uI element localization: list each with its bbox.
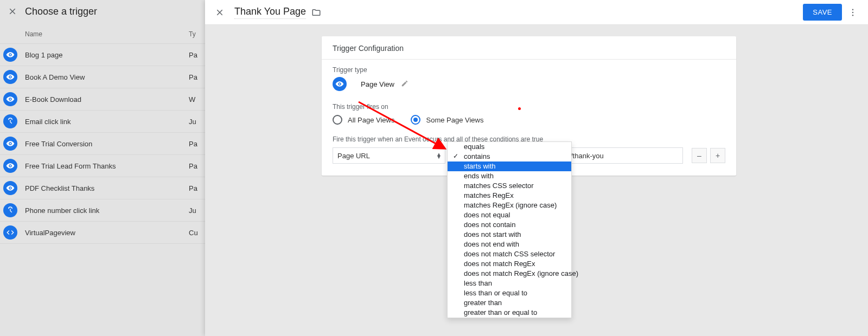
table-row[interactable]: Phone number click linkJu: [0, 199, 205, 222]
radio-all-label: All Page Views: [348, 116, 394, 124]
editor-header: Thank You Page SAVE: [205, 0, 868, 25]
dropdown-option[interactable]: does not match RegEx (ignore case): [448, 269, 571, 279]
row-type: Ju: [189, 206, 205, 215]
table-row[interactable]: Book A Demo ViewPa: [0, 66, 205, 88]
eye-icon: [3, 181, 17, 195]
add-condition-button[interactable]: +: [710, 148, 725, 163]
radio-all-page-views[interactable]: All Page Views: [333, 115, 394, 125]
dropdown-option[interactable]: matches RegEx: [448, 191, 571, 201]
table-header: Name Ty: [0, 25, 205, 44]
choose-trigger-panel: Choose a trigger Name Ty Blog 1 pagePaBo…: [0, 0, 205, 336]
panel-title: Choose a trigger: [25, 6, 97, 17]
eye-icon: [3, 92, 17, 106]
dropdown-option[interactable]: equals: [448, 142, 571, 152]
dropdown-option[interactable]: ends with: [448, 171, 571, 181]
condition-value-input[interactable]: /thank-you: [566, 147, 683, 164]
condition-variable-select[interactable]: Page URL ▲▼: [333, 147, 445, 164]
close-icon[interactable]: [7, 5, 18, 17]
svg-point-0: [852, 9, 853, 10]
dropdown-option[interactable]: does not match RegEx: [448, 259, 571, 269]
close-icon[interactable]: [214, 7, 226, 18]
trigger-type-row: Page View: [333, 77, 725, 91]
click-icon: [3, 114, 17, 128]
condition-variable-value: Page URL: [337, 152, 370, 160]
row-name: VirtualPageview: [25, 229, 189, 237]
row-name: Email click link: [25, 118, 189, 126]
folder-icon[interactable]: [311, 8, 321, 17]
fires-on-label: This trigger fires on: [333, 103, 725, 111]
row-type: Pa: [189, 51, 205, 59]
trigger-table: Name Ty Blog 1 pagePaBook A Demo ViewPaE…: [0, 25, 205, 244]
code-icon: [3, 225, 17, 240]
col-name-header: Name: [25, 30, 189, 38]
dropdown-option[interactable]: does not start with: [448, 230, 571, 240]
svg-point-1: [852, 11, 853, 12]
row-type: Pa: [189, 162, 205, 170]
trigger-type-label: Trigger type: [333, 66, 725, 74]
row-type: Pa: [189, 73, 205, 81]
row-name: Blog 1 page: [25, 51, 189, 59]
row-name: PDF Checklist Thanks: [25, 184, 189, 192]
dropdown-option[interactable]: does not end with: [448, 240, 571, 249]
dropdown-option[interactable]: contains: [448, 152, 571, 161]
save-button[interactable]: SAVE: [803, 4, 842, 21]
table-row[interactable]: Free Trial Lead Form ThanksPa: [0, 155, 205, 177]
table-row[interactable]: PDF Checklist ThanksPa: [0, 177, 205, 199]
radio-some-label: Some Page Views: [426, 116, 483, 124]
row-type: Pa: [189, 140, 205, 148]
dropdown-option[interactable]: less than: [448, 279, 571, 288]
left-header: Choose a trigger: [0, 0, 205, 25]
dropdown-option[interactable]: does not equal: [448, 210, 571, 220]
click-icon: [3, 203, 17, 217]
row-name: Book A Demo View: [25, 73, 189, 81]
radio-some-page-views[interactable]: Some Page Views: [411, 115, 483, 125]
row-type: Ju: [189, 118, 205, 126]
trigger-type-name: Page View: [361, 80, 394, 88]
table-row[interactable]: E-Book DownloadW: [0, 88, 205, 111]
dropdown-option[interactable]: greater than or equal to: [448, 308, 571, 318]
dropdown-option[interactable]: matches CSS selector: [448, 181, 571, 191]
card-title: Trigger Configuration: [322, 36, 736, 60]
dropdown-option[interactable]: matches RegEx (ignore case): [448, 201, 571, 210]
row-type: Cu: [189, 229, 205, 237]
remove-condition-button[interactable]: –: [692, 148, 707, 163]
row-type: Pa: [189, 184, 205, 192]
table-row[interactable]: Free Trial ConversionPa: [0, 133, 205, 155]
trigger-name-input[interactable]: Thank You Page: [234, 6, 306, 19]
col-type-header: Ty: [189, 30, 205, 38]
condition-value: /thank-you: [571, 152, 604, 160]
dropdown-option[interactable]: greater than: [448, 298, 571, 308]
row-name: Phone number click link: [25, 206, 189, 215]
dropdown-option[interactable]: does not match CSS selector: [448, 249, 571, 259]
eye-icon: [3, 70, 17, 84]
table-row[interactable]: Email click linkJu: [0, 111, 205, 133]
edit-icon[interactable]: [401, 80, 409, 89]
row-type: W: [189, 95, 205, 104]
chevron-updown-icon: ▲▼: [436, 153, 442, 158]
eye-icon: [3, 48, 17, 62]
more-menu-icon[interactable]: [846, 6, 859, 19]
row-name: E-Book Download: [25, 95, 189, 104]
condition-operator-dropdown[interactable]: equalscontainsstarts withends withmatche…: [447, 141, 572, 318]
eye-icon: [333, 77, 347, 91]
row-name: Free Trial Conversion: [25, 140, 189, 148]
eye-icon: [3, 137, 17, 151]
table-row[interactable]: VirtualPageviewCu: [0, 222, 205, 244]
row-name: Free Trial Lead Form Thanks: [25, 162, 189, 170]
dropdown-option[interactable]: starts with: [448, 161, 571, 171]
table-row[interactable]: Blog 1 pagePa: [0, 44, 205, 66]
dropdown-option[interactable]: does not contain: [448, 220, 571, 230]
trigger-editor-panel: Thank You Page SAVE Trigger Configuratio…: [205, 0, 868, 336]
svg-point-2: [852, 15, 853, 16]
eye-icon: [3, 159, 17, 173]
dropdown-option[interactable]: less than or equal to: [448, 288, 571, 298]
